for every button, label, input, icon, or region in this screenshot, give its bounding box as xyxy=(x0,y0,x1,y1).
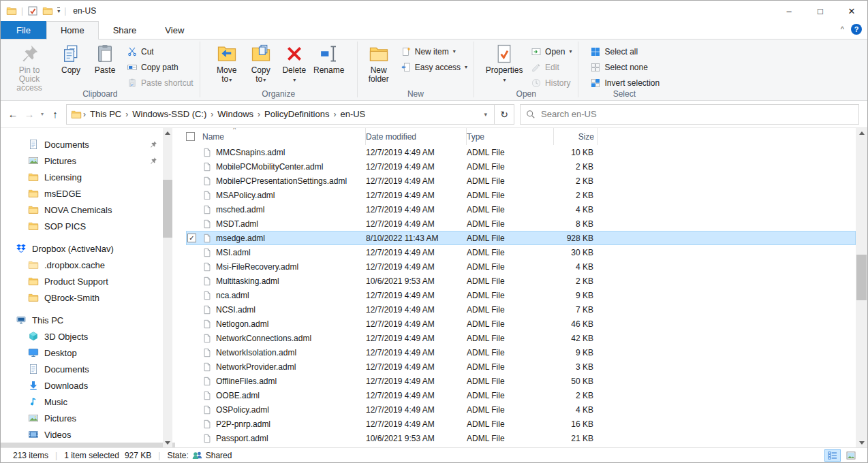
customize-qat-dropdown-icon[interactable]: ▾ xyxy=(57,7,60,14)
thumbnail-view-button[interactable] xyxy=(843,449,859,462)
file-row-msdt-adml[interactable]: MSDT.adml12/7/2019 4:49 AMADML File8 KB xyxy=(186,217,856,231)
file-row-oobe-adml[interactable]: OOBE.adml12/7/2019 4:49 AMADML File2 KB xyxy=(186,388,856,402)
sidebar-item-qbrock-smith[interactable]: QBrock-Smith xyxy=(1,289,175,306)
paste-shortcut-button[interactable]: Paste shortcut xyxy=(125,76,196,89)
file-row-passport-adml[interactable]: Passport.adml10/6/2021 9:53 AMADML File2… xyxy=(186,431,856,445)
sidebar-item-3d-objects[interactable]: 3D Objects xyxy=(1,328,175,345)
minimize-button[interactable]: – xyxy=(773,1,805,21)
new-item-button[interactable]: New item▾ xyxy=(399,45,469,58)
easy-access-button[interactable]: Easy access▾ xyxy=(399,61,469,74)
history-button[interactable]: History xyxy=(529,76,574,89)
sidebar-scrollbar[interactable] xyxy=(163,128,172,447)
sidebar-item-windows-ssd-c[interactable]: Windows-SSD (C:) xyxy=(1,443,175,447)
rename-button[interactable]: Rename xyxy=(311,42,347,77)
breadcrumb-item-windows-ssd-c[interactable]: Windows-SSD (C:) xyxy=(129,109,209,119)
file-row-ospolicy-adml[interactable]: OSPolicy.adml12/7/2019 4:49 AMADML File4… xyxy=(186,402,856,417)
copy-path-button[interactable]: Copy path xyxy=(125,61,196,74)
sidebar-item-documents[interactable]: Documents xyxy=(1,136,175,153)
sidebar-item-desktop[interactable]: Desktop xyxy=(1,345,175,361)
select-all-button[interactable]: Select all xyxy=(588,45,662,58)
scroll-down-icon[interactable] xyxy=(856,438,867,447)
forward-icon[interactable]: → xyxy=(21,108,37,120)
sidebar-item-licensing[interactable]: Licensing xyxy=(1,169,175,185)
paste-button[interactable]: Paste xyxy=(89,42,121,77)
open-button[interactable]: Open▾ xyxy=(529,45,574,58)
pin-to-quick-access-button[interactable]: Pin to Quick access xyxy=(5,42,53,95)
sidebar-item-videos[interactable]: Videos xyxy=(1,426,175,443)
file-row-mobilepcpresentationsettings-adml[interactable]: MobilePCPresentationSettings.adml12/7/20… xyxy=(186,174,856,188)
file-row-msedge-adml[interactable]: ✓msedge.adml8/10/2022 11:43 AMADML File9… xyxy=(186,231,856,245)
scroll-up-icon[interactable] xyxy=(163,128,172,138)
select-all-checkbox[interactable] xyxy=(186,128,202,145)
file-row-nca-adml[interactable]: nca.adml12/7/2019 4:49 AMADML File9 KB xyxy=(186,288,856,302)
breadcrumb-item-windows[interactable]: Windows xyxy=(215,109,256,119)
back-icon[interactable]: ← xyxy=(5,108,21,120)
column-header-type[interactable]: Type xyxy=(467,128,554,145)
file-row-p2p-pnrp-adml[interactable]: P2P-pnrp.adml12/7/2019 4:49 AMADML File1… xyxy=(186,417,856,431)
tab-file[interactable]: File xyxy=(1,21,46,39)
column-header-name[interactable]: ^ Name xyxy=(202,128,366,145)
file-row-msched-adml[interactable]: msched.adml12/7/2019 4:49 AMADML File4 K… xyxy=(186,202,856,217)
new-folder-qat-icon[interactable] xyxy=(42,5,53,16)
scrollbar-thumb[interactable] xyxy=(856,255,867,300)
tab-share[interactable]: Share xyxy=(99,21,151,39)
breadcrumb-item-policydefinitions[interactable]: PolicyDefinitions xyxy=(262,109,332,119)
file-row-msapolicy-adml[interactable]: MSAPolicy.adml12/7/2019 4:49 AMADML File… xyxy=(186,188,856,202)
tab-view[interactable]: View xyxy=(151,21,198,39)
sidebar-item-nova-chemicals[interactable]: NOVA Chemicals xyxy=(1,202,175,218)
details-view-button[interactable] xyxy=(824,449,841,462)
address-dropdown-icon[interactable]: ▾ xyxy=(477,111,494,118)
file-row-multitasking-adml[interactable]: Multitasking.adml10/6/2021 9:53 AMADML F… xyxy=(186,274,856,288)
sidebar-item-dropbox-activenav[interactable]: Dropbox (ActiveNav) xyxy=(1,240,175,257)
file-row-mobilepcmobilitycenter-adml[interactable]: MobilePCMobilityCenter.adml12/7/2019 4:4… xyxy=(186,159,856,174)
file-row-offlinefiles-adml[interactable]: OfflineFiles.adml12/7/2019 4:49 AMADML F… xyxy=(186,374,856,388)
sidebar-item-music[interactable]: Music xyxy=(1,394,175,410)
breadcrumb-item-this-pc[interactable]: This PC xyxy=(87,109,124,119)
recent-locations-dropdown-icon[interactable]: ▾ xyxy=(37,111,47,117)
properties-button[interactable]: Properties▾ xyxy=(483,42,525,86)
edit-button[interactable]: Edit xyxy=(529,61,574,74)
file-row-networkprovider-adml[interactable]: NetworkProvider.adml12/7/2019 4:49 AMADM… xyxy=(186,360,856,374)
vertical-scrollbar[interactable] xyxy=(856,128,867,447)
scroll-down-icon[interactable] xyxy=(163,438,172,447)
sidebar-item-pictures[interactable]: Pictures xyxy=(1,153,175,169)
sidebar-item-downloads[interactable]: Downloads xyxy=(1,377,175,394)
refresh-icon[interactable]: ↻ xyxy=(495,109,514,120)
file-row-msi-filerecovery-adml[interactable]: Msi-FileRecovery.adml12/7/2019 4:49 AMAD… xyxy=(186,259,856,274)
file-row-msi-adml[interactable]: MSI.adml12/7/2019 4:49 AMADML File30 KB xyxy=(186,245,856,259)
address-bar[interactable]: ›This PC›Windows-SSD (C:)›Windows›Policy… xyxy=(66,104,514,125)
breadcrumb-item-en-us[interactable]: en-US xyxy=(337,109,368,119)
close-button[interactable]: ✕ xyxy=(836,1,867,21)
cut-button[interactable]: Cut xyxy=(125,45,196,58)
collapse-ribbon-icon[interactable]: ^ xyxy=(841,25,844,33)
tab-home[interactable]: Home xyxy=(46,21,99,39)
sidebar-item-dropbox-cache[interactable]: .dropbox.cache xyxy=(1,257,175,273)
sidebar-item-sop-pics[interactable]: SOP PICS xyxy=(1,218,175,234)
help-icon[interactable]: ? xyxy=(851,24,862,35)
delete-button[interactable]: Delete▾ xyxy=(279,42,310,86)
column-header-size[interactable]: Size xyxy=(554,128,598,145)
file-row-mmcsnapins-adml[interactable]: MMCSnapins.adml12/7/2019 4:49 AMADML Fil… xyxy=(186,145,856,159)
sidebar-item-pictures[interactable]: Pictures xyxy=(1,410,175,426)
search-input[interactable] xyxy=(541,109,853,119)
new-folder-button[interactable]: New folder xyxy=(362,42,395,86)
maximize-button[interactable]: □ xyxy=(805,1,836,21)
column-header-date-modified[interactable]: Date modified xyxy=(366,128,467,145)
invert-selection-button[interactable]: Invert selection xyxy=(588,76,662,89)
file-row-netlogon-adml[interactable]: Netlogon.adml12/7/2019 4:49 AMADML File4… xyxy=(186,317,856,331)
row-checkbox[interactable]: ✓ xyxy=(187,234,196,242)
file-row-ncsi-adml[interactable]: NCSI.adml12/7/2019 4:49 AMADML File7 KB xyxy=(186,302,856,317)
sidebar-scrollbar-thumb[interactable] xyxy=(163,180,172,238)
sidebar-item-product-support[interactable]: Product Support xyxy=(1,273,175,289)
copy-button[interactable]: Copy xyxy=(55,42,87,77)
up-icon[interactable]: ↑ xyxy=(47,108,63,120)
file-row-networkisolation-adml[interactable]: NetworkIsolation.adml12/7/2019 4:49 AMAD… xyxy=(186,345,856,360)
sidebar-item-this-pc[interactable]: This PC xyxy=(1,312,175,328)
sidebar-item-documents[interactable]: Documents xyxy=(1,361,175,377)
file-row-networkconnections-adml[interactable]: NetworkConnections.adml12/7/2019 4:49 AM… xyxy=(186,331,856,345)
select-none-button[interactable]: Select none xyxy=(588,61,662,74)
copy-to-button[interactable]: Copy to▾ xyxy=(245,42,277,86)
sidebar-item-msedge[interactable]: msEDGE xyxy=(1,185,175,202)
move-to-button[interactable]: Move to▾ xyxy=(211,42,243,86)
properties-qat-icon[interactable] xyxy=(27,5,38,16)
